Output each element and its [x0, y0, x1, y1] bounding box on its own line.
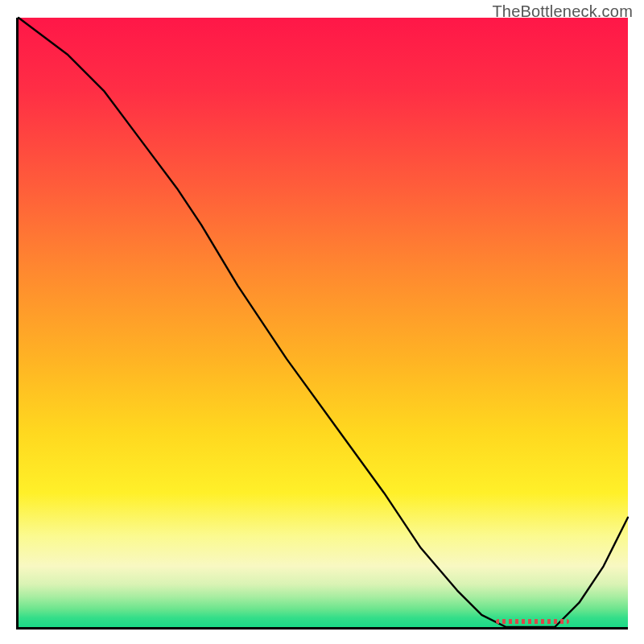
attribution-text: TheBottleneck.com: [492, 2, 633, 21]
bottleneck-curve: [19, 18, 628, 627]
optimal-zone-marker: [496, 619, 569, 624]
optimal-zone-marker-fill: [496, 619, 569, 624]
chart-plot-area: [16, 18, 628, 630]
